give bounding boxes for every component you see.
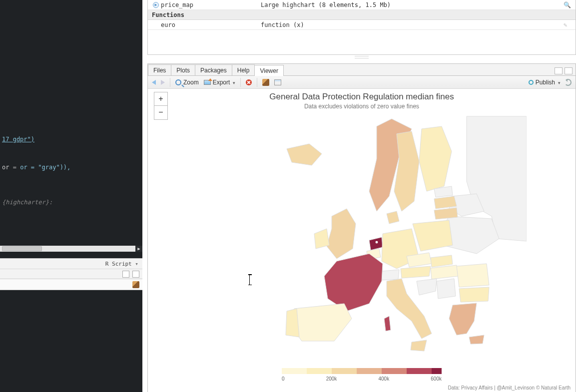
clear-viewer-icon[interactable] (262, 79, 269, 86)
env-object-value: Large highchart (8 elements, 1.5 Mb) (261, 1, 564, 8)
code-text[interactable]: 17 gdpr") or = or = "gray")), {highchart… (0, 0, 142, 252)
region-latvia[interactable] (434, 196, 457, 209)
refresh-icon[interactable] (565, 79, 572, 86)
publish-button[interactable]: Publish (529, 79, 561, 86)
tab-plots[interactable]: Plots (171, 64, 195, 75)
secondary-pane-window-controls (0, 269, 142, 279)
file-type-dropdown[interactable]: R Script (105, 261, 138, 267)
env-section-header: Functions (148, 10, 576, 20)
tab-viewer[interactable]: Viewer (254, 65, 283, 76)
region-finland[interactable] (419, 126, 452, 191)
environment-row[interactable]: euro function (x) ✎ (148, 20, 576, 30)
region-denmark[interactable] (387, 211, 399, 224)
zoom-button[interactable]: Zoom (175, 79, 199, 86)
toolbar-separator (170, 78, 170, 87)
region-bulgaria[interactable] (459, 287, 489, 302)
code-fragment: 17 gdpr") (2, 136, 34, 143)
code-fragment: {highcharter}: (2, 199, 52, 206)
bottom-panel-tabs: Files Plots Packages Help Viewer (148, 64, 576, 76)
region-austria[interactable] (401, 266, 431, 278)
open-window-icon[interactable] (274, 79, 281, 85)
region-uk[interactable] (327, 209, 356, 259)
code-fragment: or = "gray")), (20, 164, 70, 171)
legend-gradient (282, 368, 442, 374)
pane-minimize-icon[interactable] (555, 67, 563, 74)
pane-maximize-icon[interactable] (565, 67, 573, 74)
legend-tick: 0 (282, 376, 285, 382)
viewer-toolbar: Zoom Export Publish (148, 76, 576, 89)
editor-secondary-pane (0, 269, 142, 392)
region-corsica[interactable] (384, 316, 391, 331)
env-function-sig: function (x) (261, 21, 564, 28)
region-netherlands-marker (375, 241, 378, 244)
region-ireland[interactable] (314, 229, 329, 249)
region-iceland[interactable] (287, 144, 322, 165)
export-label: Export (213, 79, 230, 86)
region-lithuania[interactable] (434, 208, 458, 219)
region-greece-islands[interactable] (469, 335, 484, 344)
region-romania[interactable] (457, 264, 489, 287)
export-icon (204, 80, 211, 85)
region-slovakia[interactable] (431, 255, 453, 267)
legend-tick: 600k (431, 376, 442, 382)
secondary-pane-toolbar (0, 279, 142, 290)
region-greece[interactable] (449, 303, 477, 335)
search-icon[interactable]: 🔍 (564, 1, 576, 8)
chevron-down-icon (232, 79, 235, 86)
pane-minimize-icon[interactable] (122, 271, 129, 278)
chart-legend: 0 200k 400k 600k (148, 368, 576, 382)
scrollbar-thumb[interactable] (2, 246, 42, 251)
region-italy-sicily[interactable] (411, 340, 427, 351)
map-chart[interactable] (148, 111, 576, 355)
remove-icon[interactable] (246, 79, 252, 85)
region-poland[interactable] (413, 220, 453, 251)
toolbar-separator (257, 78, 257, 87)
region-portugal[interactable] (286, 309, 299, 337)
chart-subtitle: Data excludes violations of zero value f… (148, 103, 576, 110)
forward-icon[interactable] (161, 80, 165, 85)
pane-maximize-icon[interactable] (132, 271, 139, 278)
clear-icon[interactable] (132, 281, 139, 288)
env-function-name: euro (161, 21, 175, 28)
export-button[interactable]: Export (204, 79, 236, 86)
scrollbar-arrow-right-icon[interactable]: ▶ (135, 246, 142, 252)
text-cursor-icon (249, 274, 250, 285)
tab-help[interactable]: Help (232, 64, 255, 75)
legend-tick: 200k (326, 376, 337, 382)
editor-status-bar: R Script (0, 258, 142, 269)
region-sweden[interactable] (394, 131, 419, 211)
env-object-name: price_map (161, 1, 193, 8)
chart-credits: Data: Privacy Affairs | @Amit_Levinson ©… (448, 385, 571, 391)
region-serbia[interactable] (437, 279, 456, 299)
zoom-label: Zoom (183, 79, 199, 86)
tab-files[interactable]: Files (148, 64, 171, 75)
code-editor-panel: 17 gdpr") or = or = "gray")), {highchart… (0, 0, 142, 392)
expand-icon[interactable]: ▶ (153, 2, 159, 8)
edit-icon[interactable]: ✎ (564, 21, 576, 28)
pane-resize-grip[interactable] (355, 56, 369, 58)
chart-title: General Data Protection Regulation media… (148, 92, 576, 102)
viewer-content[interactable]: + − General Data Protection Regulation m… (148, 89, 576, 392)
environment-row[interactable]: ▶ price_map Large highchart (8 elements,… (148, 0, 576, 10)
region-france[interactable] (324, 254, 383, 311)
bottom-panel: Files Plots Packages Help Viewer Zoom Ex… (147, 63, 576, 392)
editor-horizontal-scrollbar[interactable]: ▶ (0, 246, 142, 252)
region-switzerland[interactable] (382, 270, 399, 280)
publish-label: Publish (536, 79, 555, 86)
chevron-down-icon (557, 79, 561, 86)
legend-tick: 400k (379, 376, 390, 382)
zoom-in-button[interactable]: + (154, 92, 167, 106)
environment-panel: ▶ price_map Large highchart (8 elements,… (147, 0, 576, 55)
publish-icon (529, 80, 534, 85)
back-icon[interactable] (152, 80, 156, 85)
tab-packages[interactable]: Packages (195, 64, 232, 75)
region-hungary[interactable] (431, 265, 458, 279)
region-croatia[interactable] (417, 279, 437, 295)
magnifier-icon (175, 79, 181, 85)
toolbar-separator (240, 78, 241, 87)
